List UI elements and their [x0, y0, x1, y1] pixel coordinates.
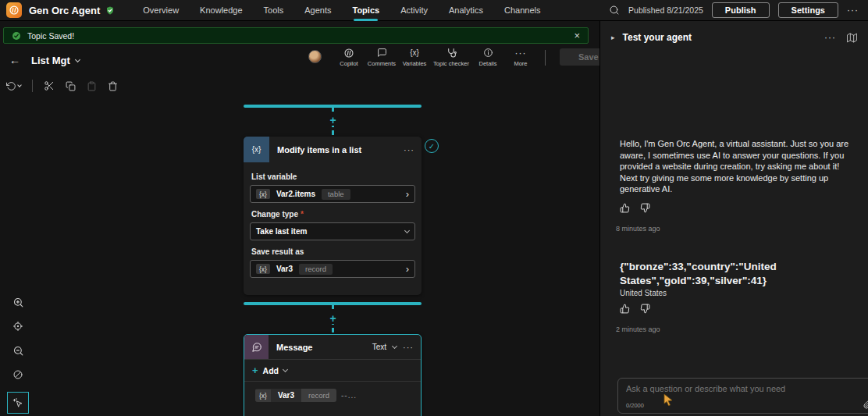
cut-button[interactable] — [44, 80, 55, 91]
activity-map-icon[interactable] — [847, 33, 857, 43]
panel-title: Test your agent — [623, 32, 692, 43]
zoom-in-icon — [12, 297, 24, 308]
nav-tab-knowledge[interactable]: Knowledge — [200, 0, 242, 21]
node-more-icon[interactable]: ··· — [404, 145, 422, 155]
test-agent-panel: ▸ Test your agent ··· Hello, I'm Gen Orc… — [599, 21, 868, 416]
center-canvas-button[interactable] — [8, 318, 28, 335]
zoom-in-button[interactable] — [8, 293, 28, 311]
node-title: Modify items in a list — [277, 145, 404, 155]
modify-items-node[interactable]: {x} Modify items in a list ··· List vari… — [244, 137, 422, 295]
message-node-header[interactable]: Message Text ··· — [244, 335, 421, 359]
panel-more-icon[interactable]: ··· — [824, 32, 836, 43]
copy-button[interactable] — [66, 81, 76, 91]
search-icon[interactable] — [609, 5, 620, 16]
paste-button[interactable] — [87, 81, 97, 91]
chevron-right-icon: › — [406, 264, 409, 274]
more-icon: ··· — [515, 48, 527, 59]
save-result-label: Save result as — [251, 247, 415, 256]
copilot-button[interactable]: Copilot — [333, 47, 365, 67]
undo-icon — [6, 81, 16, 91]
bot-message: {"bronze":33,"country":"United States","… — [620, 260, 856, 333]
paste-icon — [87, 81, 97, 91]
publish-button[interactable]: Publish — [712, 2, 770, 18]
chevron-right-icon: › — [406, 189, 409, 199]
variables-button[interactable]: {x} Variables — [398, 47, 431, 67]
panel-collapse-icon[interactable]: ▸ — [611, 34, 615, 41]
add-node-button-middle[interactable]: + — [327, 312, 339, 324]
node-more-icon[interactable]: ··· — [403, 343, 414, 352]
topic-toolbar: Copilot Comments {x} Variables Topic che… — [308, 47, 617, 67]
locate-icon — [12, 321, 23, 332]
save-result-field[interactable]: {x} Var3 record › — [250, 260, 415, 278]
chevron-down-icon — [404, 228, 410, 233]
node-title: Message — [276, 343, 372, 352]
top-bar: Gen Orc Agent Overview Knowledge Tools A… — [0, 0, 868, 21]
message-mode-select[interactable]: Text — [372, 343, 386, 351]
thumbs-down-icon[interactable] — [640, 304, 650, 314]
nav-tab-channels[interactable]: Channels — [504, 0, 540, 21]
delete-button[interactable] — [108, 81, 118, 91]
message-variable-value: Var3 — [278, 391, 294, 400]
topic-title[interactable]: List Mgt — [31, 55, 70, 66]
pointer-tool-button[interactable] — [7, 392, 29, 414]
add-node-button-top[interactable]: + — [327, 114, 339, 126]
app-logo-icon[interactable] — [6, 2, 22, 18]
list-variable-field[interactable]: {x} Var2.items table › — [250, 185, 415, 203]
comments-button[interactable]: Comments — [365, 47, 398, 67]
list-variable-type-badge: table — [322, 189, 350, 200]
change-type-select[interactable]: Take last item — [250, 222, 415, 240]
bot-message: Hello, I'm Gen Orc Agent, a virtual assi… — [620, 138, 856, 233]
message-variable-type-badge: record — [301, 389, 336, 402]
reset-zoom-button[interactable] — [8, 366, 28, 383]
details-icon — [483, 47, 493, 59]
required-asterisk: * — [301, 210, 304, 219]
variable-chip-icon: {x} — [256, 264, 270, 274]
nav-tab-analytics[interactable]: Analytics — [449, 0, 483, 21]
app-title: Gen Orc Agent — [29, 5, 100, 16]
published-status: Published 8/21/2025 — [628, 5, 703, 15]
user-avatar[interactable] — [308, 50, 322, 63]
attachment-paperclip-icon[interactable] — [863, 400, 868, 409]
undo-dropdown-chevron-icon[interactable] — [17, 83, 22, 87]
save-result-type-badge: record — [299, 264, 333, 275]
pointer-sparkle-icon — [12, 397, 24, 409]
nav-tab-tools[interactable]: Tools — [264, 0, 284, 21]
nav-tab-agents[interactable]: Agents — [304, 0, 331, 21]
topbar-more-icon[interactable]: ··· — [847, 5, 859, 16]
thumbs-down-icon[interactable] — [640, 203, 650, 213]
settings-button[interactable]: Settings — [778, 2, 838, 18]
modify-items-node-header[interactable]: {x} Modify items in a list ··· — [244, 137, 422, 162]
verified-shield-icon — [105, 5, 115, 16]
scissors-icon — [44, 80, 55, 91]
mouse-cursor — [663, 393, 674, 409]
main-nav: Overview Knowledge Tools Agents Topics A… — [143, 0, 540, 21]
more-tools-button[interactable]: ··· More — [504, 47, 537, 67]
bot-message-json: {"bronze":33,"country":"United States","… — [620, 260, 846, 287]
bot-message-text: Hello, I'm Gen Orc Agent, a virtual assi… — [620, 138, 856, 195]
node-saved-check-badge: ✓ — [425, 139, 439, 153]
thumbs-up-icon[interactable] — [620, 203, 630, 213]
back-button[interactable]: ← — [9, 54, 20, 66]
add-content-button[interactable]: + Add — [244, 360, 421, 381]
banner-close-icon[interactable]: × — [574, 30, 580, 41]
nav-tab-activity[interactable]: Activity — [400, 0, 428, 21]
zoom-out-button[interactable] — [8, 342, 28, 359]
details-button[interactable]: Details — [471, 47, 504, 67]
message-content-row[interactable]: {x} Var3 record --... — [255, 389, 421, 402]
variable-chip-icon: {x} — [256, 189, 270, 199]
message-timestamp: 8 minutes ago — [616, 225, 856, 233]
undo-button[interactable] — [6, 81, 21, 91]
chat-input[interactable] — [626, 384, 852, 393]
bot-message-subtext: United States — [620, 289, 856, 297]
save-result-value: Var3 — [276, 265, 293, 273]
variable-node-icon: {x} — [244, 137, 269, 162]
topic-checker-button[interactable]: Topic checker — [431, 47, 471, 67]
comments-icon — [377, 47, 387, 59]
thumbs-up-icon[interactable] — [620, 304, 630, 314]
nav-tab-topics[interactable]: Topics — [352, 0, 379, 21]
chat-input-box[interactable]: 0/2000 — [617, 378, 868, 414]
topic-saved-banner: Topic Saved! × — [3, 27, 589, 44]
nav-tab-overview[interactable]: Overview — [143, 0, 179, 21]
message-bubble-icon — [244, 335, 269, 359]
message-node[interactable]: Message Text ··· + Add {x} Var3 record -… — [244, 334, 422, 416]
